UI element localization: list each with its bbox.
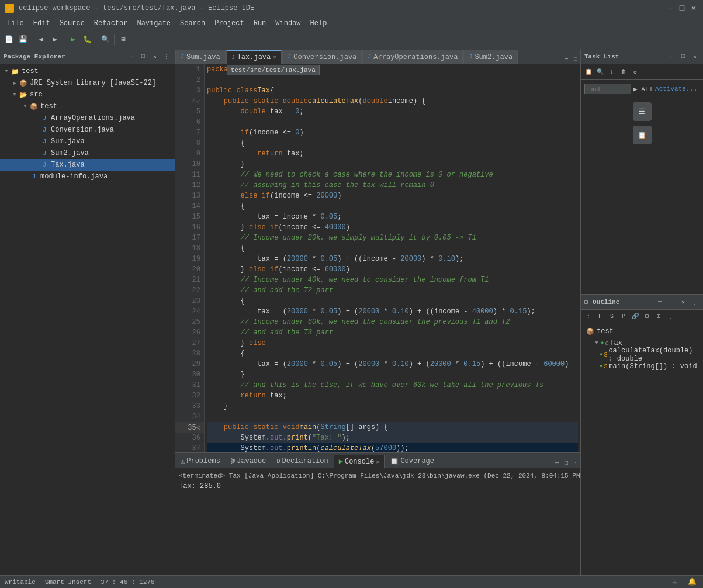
menu-refactor[interactable]: Refactor: [89, 18, 133, 29]
status-notification[interactable]: 🔔: [685, 576, 698, 589]
task-find-input[interactable]: [584, 84, 631, 94]
maximize-button[interactable]: □: [677, 4, 687, 13]
line-21: 21: [175, 275, 204, 285]
tree-item-arrayops[interactable]: ▶ J ArrayOperations.java: [0, 112, 175, 124]
task-new-btn[interactable]: 📋: [583, 67, 594, 77]
outline-hide-fields[interactable]: F: [595, 311, 605, 321]
outline-hide-nonpublic[interactable]: P: [618, 311, 629, 321]
tab-tooltip-box: test/src/test/Tax.java: [227, 65, 320, 75]
status-eclipse-icon[interactable]: ☕: [668, 576, 681, 589]
menu-run[interactable]: Run: [249, 18, 271, 29]
tree-item-src[interactable]: ▼ 📂 src: [0, 89, 175, 101]
task-list-close[interactable]: ✕: [690, 52, 699, 61]
tree-item-moduleinfo[interactable]: ▶ J module-info.java: [0, 171, 175, 182]
tab-javadoc[interactable]: @ Javadoc: [226, 455, 272, 468]
perspective-button[interactable]: ⊞: [117, 33, 130, 46]
code-editor[interactable]: 1 2 3 4◁ 5 6 7 8 9 10 11 12 13 14 15 16: [175, 64, 580, 452]
task-del-btn[interactable]: 🗑: [618, 67, 629, 77]
tree-item-project[interactable]: ▼ 📁 test: [0, 65, 175, 77]
outline-collapse[interactable]: ⊟: [642, 311, 652, 321]
bottom-minimize[interactable]: ─: [552, 458, 562, 468]
tab-sum[interactable]: J Sum.java: [175, 50, 226, 64]
forward-button[interactable]: ▶: [49, 33, 61, 46]
tab-console-close[interactable]: ✕: [376, 458, 379, 465]
outline-tax-arrow: ▼: [593, 340, 601, 346]
task-list-minimize[interactable]: ─: [667, 52, 676, 61]
minimize-button[interactable]: ─: [666, 4, 675, 13]
outline-link[interactable]: 🔗: [630, 311, 640, 321]
bottom-menu[interactable]: ⋮: [571, 458, 580, 468]
task-sort-btn[interactable]: ↕: [607, 67, 617, 77]
tab-tax-close[interactable]: ✕: [273, 54, 276, 61]
run-button[interactable]: ▶: [67, 33, 79, 46]
task-filter-btn[interactable]: 🔍: [595, 67, 605, 77]
status-bar: Writable Smart Insert 37 : 46 : 1276 ☕ 🔔: [0, 575, 703, 588]
tab-arrayops[interactable]: J ArrayOperations.java: [362, 50, 463, 64]
tree-item-conversion[interactable]: ▶ J Conversion.java: [0, 124, 175, 136]
package-explorer-menu[interactable]: ⋮: [162, 52, 171, 61]
tab-problems[interactable]: ⚠ Problems: [175, 455, 226, 468]
code-line-14: {: [207, 201, 578, 212]
tab-conversion[interactable]: J Conversion.java: [282, 50, 362, 64]
bottom-maximize[interactable]: □: [562, 458, 571, 468]
code-line-25: // Income under 60k, we need the conside…: [207, 317, 578, 327]
tab-coverage[interactable]: 🔲 Coverage: [385, 455, 439, 468]
bottom-panel: ⚠ Problems @ Javadoc D Declaration ▶ Con…: [175, 452, 580, 575]
tree-item-jre[interactable]: ▶ 📦 JRE System Library [JavaSE-22]: [0, 77, 175, 89]
console-output: Tax: 285.0: [179, 481, 577, 492]
menu-search[interactable]: Search: [175, 18, 210, 29]
save-button[interactable]: 💾: [16, 33, 29, 46]
outline-expand[interactable]: ⊞: [653, 311, 664, 321]
outline-more[interactable]: ⋮: [665, 311, 676, 321]
task-list-maximize[interactable]: □: [678, 52, 688, 61]
menu-file[interactable]: File: [2, 18, 29, 29]
close-button[interactable]: ✕: [689, 4, 698, 13]
menu-source[interactable]: Source: [55, 18, 89, 29]
back-button[interactable]: ◀: [34, 33, 47, 46]
outline-item-main[interactable]: ● S main(String[]) : void: [583, 361, 701, 372]
project-icon: 📁: [11, 67, 20, 76]
editor-minimize[interactable]: ─: [562, 54, 571, 64]
outline-panel: ⊞ Outline ─ □ ✕ ⋮ ↕ F S P 🔗 ⊟ ⊞ ⋮: [581, 295, 703, 575]
tree-item-tax[interactable]: ▶ J Tax.java: [0, 159, 175, 171]
package-explorer-close[interactable]: ✕: [150, 52, 160, 61]
code-line-28: {: [207, 348, 578, 359]
menu-project[interactable]: Project: [210, 18, 248, 29]
tab-sum2[interactable]: J Sum2.java: [463, 50, 518, 64]
editor-maximize[interactable]: □: [571, 54, 580, 64]
line-1: 1: [175, 64, 204, 75]
tab-tax[interactable]: J Tax.java ✕ test/src/test/Tax.java: [226, 50, 282, 64]
code-line-8: {: [207, 138, 578, 148]
outline-maximize[interactable]: □: [667, 298, 676, 307]
file-moduleinfo-label: module-info.java: [40, 172, 108, 181]
menu-window[interactable]: Window: [271, 18, 305, 29]
activate-label[interactable]: Activate...: [655, 85, 698, 92]
outline-item-calculatetax[interactable]: ● S calculateTax(double) : double: [583, 349, 701, 361]
tree-item-sum2[interactable]: ▶ J Sum2.java: [0, 147, 175, 159]
new-button[interactable]: 📄: [2, 33, 15, 46]
window-controls[interactable]: ─ □ ✕: [666, 4, 698, 13]
toolbar-separator-3: [96, 34, 96, 45]
package-explorer-minimize[interactable]: ─: [127, 52, 136, 61]
outline-minimize[interactable]: ─: [655, 298, 664, 307]
tree-item-sum[interactable]: ▶ J Sum.java: [0, 136, 175, 147]
task-refresh-btn[interactable]: ↺: [630, 67, 640, 77]
menu-help[interactable]: Help: [306, 18, 332, 29]
tree-item-test-pkg[interactable]: ▼ 📦 test: [0, 101, 175, 112]
package-explorer-maximize[interactable]: □: [138, 52, 148, 61]
file-conversion-icon: J: [40, 125, 49, 134]
line-13: 13: [175, 191, 204, 201]
outline-hide-static[interactable]: S: [607, 311, 617, 321]
debug-button[interactable]: 🐛: [81, 33, 93, 46]
tab-declaration[interactable]: D Declaration: [271, 455, 333, 468]
outline-close[interactable]: ✕: [678, 298, 688, 307]
menu-navigate[interactable]: Navigate: [132, 18, 175, 29]
code-line-16: } else if(income <= 40000): [207, 222, 578, 233]
menu-edit[interactable]: Edit: [29, 18, 55, 29]
tab-console[interactable]: ▶ Console ✕: [334, 455, 385, 468]
search-button[interactable]: 🔍: [99, 33, 112, 46]
outline-menu[interactable]: ⋮: [690, 298, 699, 307]
outline-sort-btn[interactable]: ↕: [583, 311, 594, 321]
outline-item-test[interactable]: 📦 test: [583, 326, 701, 337]
code-content[interactable]: package test; public class Tax { public …: [205, 64, 580, 452]
